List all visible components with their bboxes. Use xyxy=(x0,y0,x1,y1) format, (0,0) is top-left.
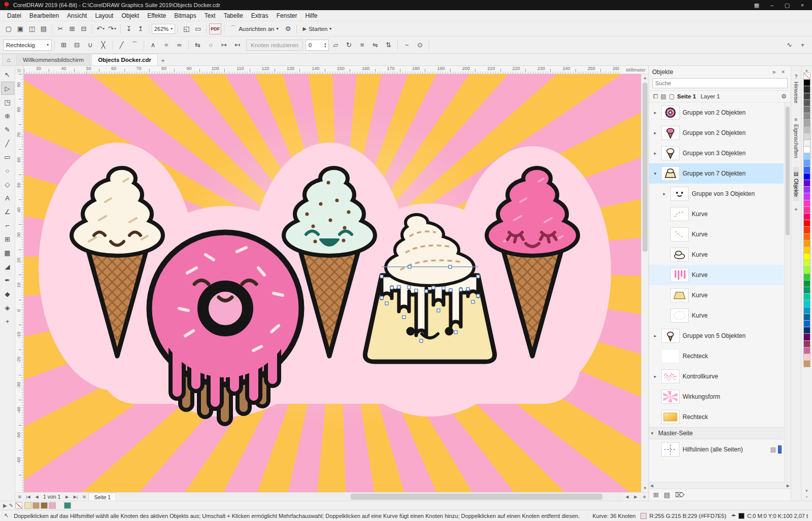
chevron-down-icon[interactable]: ▾ xyxy=(103,26,105,31)
elastic-mode-button[interactable]: ~ xyxy=(400,39,413,51)
palette-color-swatch[interactable] xyxy=(803,220,810,227)
text-tool[interactable]: A xyxy=(1,191,14,204)
docker-horizontal-scrollbar[interactable]: ◀ ▶ xyxy=(649,482,791,489)
palette-color-swatch[interactable] xyxy=(803,79,810,86)
palette-color-swatch[interactable] xyxy=(803,327,810,334)
palette-color-swatch[interactable] xyxy=(803,293,810,300)
palette-color-swatch[interactable] xyxy=(803,226,810,233)
reflect-vertical-button[interactable]: ⇅ xyxy=(382,39,395,51)
next-page-button[interactable]: ▶ xyxy=(62,493,71,501)
undo-button[interactable]: ↶▾ xyxy=(95,23,106,34)
align-nodes-button[interactable]: ≡ xyxy=(356,39,368,51)
open-document-button[interactable]: ▣ xyxy=(15,23,26,34)
palette-color-swatch[interactable] xyxy=(803,146,810,153)
show-rulers-button[interactable]: ▭ xyxy=(192,23,204,34)
layers-icon[interactable]: ▤ xyxy=(661,93,666,100)
palette-color-swatch[interactable] xyxy=(803,200,810,207)
palette-color-swatch[interactable] xyxy=(803,113,810,120)
new-object-button[interactable]: ⊞ xyxy=(653,491,659,499)
objects-tree-row[interactable]: Wirkungsform xyxy=(649,387,784,407)
objects-tree-row[interactable]: ▸Gruppe von 3 Objekten xyxy=(649,143,784,163)
palette-color-swatch[interactable] xyxy=(803,253,810,260)
new-layer-button[interactable]: ▤ xyxy=(664,491,670,499)
master-page-section[interactable]: ▾Master-Seite xyxy=(649,427,784,439)
add-page-button[interactable]: ⊞ xyxy=(80,493,88,501)
chevron-down-icon[interactable]: ▾ xyxy=(114,26,116,31)
previous-page-button[interactable]: ◀ xyxy=(32,493,41,501)
no-color-swatch[interactable] xyxy=(803,73,810,80)
launcher-dropdown[interactable]: ▶ Starten ▾ xyxy=(299,23,335,34)
objects-tree-row[interactable]: Kurve xyxy=(649,204,784,224)
palette-color-swatch[interactable] xyxy=(803,126,810,133)
objects-tree-row[interactable]: Kurve xyxy=(649,305,784,326)
add-docker-button[interactable]: + xyxy=(794,206,798,213)
paste-button[interactable]: ⊟ xyxy=(78,23,89,34)
palette-color-swatch[interactable] xyxy=(803,99,810,107)
save-document-button[interactable]: ◫ xyxy=(26,23,38,34)
more-tools-button[interactable]: + xyxy=(1,315,14,328)
page-tab[interactable]: Seite 1 xyxy=(88,493,116,501)
shape-tool[interactable]: ▷ xyxy=(1,82,14,95)
menu-fenster[interactable]: Fenster xyxy=(273,10,301,21)
rectangle-tool[interactable]: ▭ xyxy=(1,150,14,163)
pick-tool[interactable]: ↖ xyxy=(1,68,14,81)
objects-tree-row[interactable]: ▸Kontrollkurve xyxy=(649,366,784,387)
menu-objekt[interactable]: Objekt xyxy=(117,10,143,21)
expander-icon[interactable]: ▸ xyxy=(652,333,658,338)
new-tab-button[interactable]: + xyxy=(158,55,168,65)
dimension-tool[interactable]: ∠ xyxy=(1,205,14,218)
spinner-arrows-icon[interactable]: ▲▼ xyxy=(322,42,328,48)
import-button[interactable]: ↧ xyxy=(123,23,134,34)
objects-search-input[interactable] xyxy=(652,78,788,88)
tab-objects-docker[interactable]: Objects Docker.cdr xyxy=(91,54,158,65)
rotate-nodes-button[interactable]: ↻ xyxy=(343,39,355,51)
expander-icon[interactable]: ▾ xyxy=(652,171,658,176)
vertical-ruler[interactable]: 9080706050403020100-10-20-30-40-50-60 xyxy=(15,74,24,492)
vertical-scrollbar[interactable]: ▲ ▼ xyxy=(641,74,649,492)
palette-color-swatch[interactable] xyxy=(803,93,810,100)
objects-tree-row[interactable]: Kurve xyxy=(649,285,784,305)
add-tools-button[interactable]: + xyxy=(796,39,809,51)
snap-to-dropdown[interactable]: ⌒ Ausrichten an ▾ xyxy=(227,23,282,34)
tab-welcome-screen[interactable]: Willkommensbildschirm xyxy=(16,54,90,65)
palette-color-swatch[interactable] xyxy=(803,233,810,240)
select-all-nodes-button[interactable]: ⊙ xyxy=(414,39,426,51)
expander-icon[interactable]: ▸ xyxy=(652,130,658,135)
print-document-button[interactable]: ▤ xyxy=(38,23,49,34)
document-color-swatch[interactable] xyxy=(41,502,48,509)
menu-text[interactable]: Text xyxy=(200,10,220,21)
palette-color-swatch[interactable] xyxy=(803,307,810,314)
table-tool[interactable]: ⊞ xyxy=(1,232,14,246)
no-color-swatch[interactable] xyxy=(15,502,22,509)
palette-color-swatch[interactable] xyxy=(803,180,810,187)
smoothing-spinner[interactable]: 0 ▲▼ xyxy=(306,40,329,51)
palette-color-swatch[interactable] xyxy=(803,193,810,200)
side-tab-objekte[interactable]: ▤Objekte xyxy=(793,167,799,201)
expander-icon[interactable]: ▸ xyxy=(661,191,667,196)
palette-color-swatch[interactable] xyxy=(803,354,810,361)
delete-node-button[interactable]: ⊟ xyxy=(71,39,83,51)
cusp-node-button[interactable]: ∧ xyxy=(147,39,159,51)
menu-bitmaps[interactable]: Bitmaps xyxy=(170,10,200,21)
polygon-tool[interactable]: ◇ xyxy=(1,178,14,191)
palette-color-swatch[interactable] xyxy=(803,153,810,160)
break-curve-button[interactable]: ╳ xyxy=(97,39,110,51)
palette-color-swatch[interactable] xyxy=(803,340,810,348)
cut-button[interactable]: ✂ xyxy=(55,23,66,34)
drawing-canvas[interactable] xyxy=(24,74,641,492)
document-color-swatch[interactable] xyxy=(49,502,56,509)
palette-color-swatch[interactable] xyxy=(803,273,810,281)
menu-hilfe[interactable]: Hilfe xyxy=(301,10,321,21)
expander-icon[interactable]: ▸ xyxy=(652,151,658,156)
crop-tool[interactable]: ◳ xyxy=(1,95,14,109)
expander-icon[interactable]: ▸ xyxy=(652,374,658,379)
scroll-left-icon[interactable]: ◀ xyxy=(650,483,653,488)
palette-color-swatch[interactable] xyxy=(803,106,810,113)
stretch-nodes-button[interactable]: ▱ xyxy=(329,39,342,51)
reverse-direction-button[interactable]: ⇆ xyxy=(191,39,204,51)
menu-ansicht[interactable]: Ansicht xyxy=(63,10,91,21)
palette-color-swatch[interactable] xyxy=(803,287,810,294)
document-color-swatch[interactable] xyxy=(64,502,71,509)
fullscreen-preview-button[interactable]: ◱ xyxy=(181,23,192,34)
palette-color-swatch[interactable] xyxy=(803,266,810,273)
